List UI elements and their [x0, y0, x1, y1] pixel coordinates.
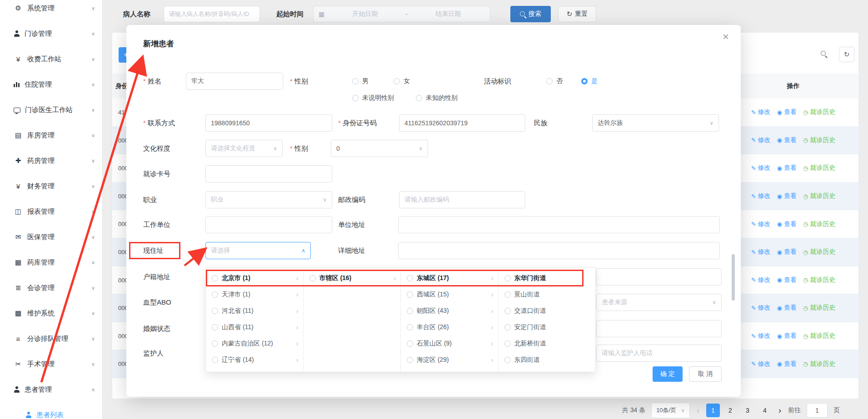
sidebar-item-users[interactable]: 门诊管理∨ [0, 21, 102, 46]
radio-icon[interactable] [407, 291, 413, 298]
page-button-4[interactable]: 4 [758, 404, 772, 417]
end-date-placeholder[interactable]: 结束日期 [411, 10, 485, 18]
history-link[interactable]: ◷就诊历史 [803, 304, 835, 312]
household-input[interactable] [596, 268, 722, 286]
postal-input[interactable]: 请输入邮政编码 [399, 191, 525, 208]
search-button[interactable]: 搜索 [510, 6, 551, 22]
edit-link[interactable]: ✎修改 [751, 220, 771, 228]
active-flag-no[interactable]: 否 [546, 73, 563, 90]
history-link[interactable]: ◷就诊历史 [803, 164, 835, 172]
radio-icon[interactable] [504, 324, 511, 330]
sidebar-item-maintain[interactable]: ▩维护系统∨ [0, 301, 102, 326]
radio-icon[interactable] [212, 291, 218, 298]
ethnicity-select[interactable]: 达斡尔族 ∨ [592, 114, 719, 132]
modal-scrollbar[interactable] [732, 254, 735, 301]
edit-link[interactable]: ✎修改 [751, 192, 771, 200]
sidebar-item-monitor[interactable]: 门诊医生工作站∨ [0, 97, 102, 123]
marital-input[interactable] [596, 320, 722, 337]
table-refresh-button[interactable]: ↻ [839, 47, 854, 62]
radio-icon[interactable] [212, 357, 218, 363]
close-icon[interactable]: × [723, 31, 729, 42]
sidebar-item-gear[interactable]: ⚙系统管理∨ [0, 0, 102, 21]
reset-button[interactable]: ↻ 重置 [558, 6, 596, 22]
radio-icon[interactable] [504, 275, 511, 281]
sidebar-item-mail[interactable]: ✉医保管理∨ [0, 224, 102, 250]
guardian-phone-input[interactable]: 请输入监护人电话 [596, 345, 722, 362]
cascader-option[interactable]: 内蒙古自治区 (12)› [206, 335, 303, 352]
unit-address-input[interactable] [398, 216, 720, 233]
view-link[interactable]: ◉查看 [777, 332, 797, 340]
history-link[interactable]: ◷就诊历史 [803, 108, 835, 116]
edit-link[interactable]: ✎修改 [751, 332, 771, 340]
page-size-select[interactable]: 10条/页 ∨ [651, 403, 690, 418]
history-link[interactable]: ◷就诊历史 [803, 332, 835, 340]
edit-link[interactable]: ✎修改 [751, 108, 771, 116]
cascader-option[interactable]: 石景山区 (9)› [401, 335, 498, 352]
sidebar-item-list[interactable]: ≣会诊管理∨ [0, 275, 102, 301]
history-link[interactable]: ◷就诊历史 [803, 276, 835, 284]
gender-option-male[interactable]: 男 [352, 73, 369, 90]
sidebar-item-surgery[interactable]: ✂手术管理∨ [0, 351, 102, 377]
radio-icon[interactable] [504, 308, 511, 314]
radio-icon[interactable] [407, 357, 413, 363]
cascader-option[interactable]: 河北省 (11)› [206, 303, 303, 319]
sidebar-item-patient-list[interactable]: 患者列表 [0, 402, 102, 419]
gender-option-unknown[interactable]: 未知的性别 [416, 89, 458, 107]
history-link[interactable]: ◷就诊历史 [803, 136, 835, 144]
goto-page-input[interactable]: 1 [807, 403, 828, 418]
view-link[interactable]: ◉查看 [777, 220, 797, 228]
view-link[interactable]: ◉查看 [777, 192, 797, 200]
edit-link[interactable]: ✎修改 [751, 136, 771, 144]
cascader-option[interactable]: 安定门街道 [499, 319, 596, 335]
confirm-button[interactable]: 确 定 [653, 366, 683, 382]
history-link[interactable]: ◷就诊历史 [803, 248, 835, 256]
sidebar-item-patient[interactable]: 患者管理∧ [0, 377, 102, 402]
page-button-1[interactable]: 1 [706, 404, 720, 417]
edit-link[interactable]: ✎修改 [751, 304, 771, 312]
radio-icon[interactable] [504, 357, 511, 363]
sidebar-item-warehouse[interactable]: ▤库房管理∨ [0, 123, 102, 148]
prev-page-icon[interactable]: ‹ [696, 406, 700, 415]
start-date-placeholder[interactable]: 开始日期 [328, 10, 402, 18]
table-search-icon[interactable] [821, 51, 828, 58]
patient-source-select[interactable]: 患者来源 ∨ [596, 294, 722, 311]
name-input[interactable]: 牢大 [186, 73, 283, 90]
cascader-option[interactable]: 东华门街道 [499, 270, 596, 286]
cascader-option[interactable]: 东四街道 [499, 352, 596, 368]
history-link[interactable]: ◷就诊历史 [803, 220, 835, 228]
view-link[interactable]: ◉查看 [777, 276, 797, 284]
cascader-option[interactable]: 东城区 (17)› [401, 270, 498, 286]
cascader-option[interactable]: 海淀区 (29)› [401, 352, 498, 368]
contact-input[interactable]: 19880991650 [205, 114, 332, 132]
sidebar-item-chart[interactable]: 住院管理∨ [0, 72, 102, 97]
work-unit-input[interactable] [205, 216, 332, 233]
radio-icon[interactable] [212, 275, 218, 281]
cascader-option[interactable]: 交道口街道 [499, 303, 596, 319]
sidebar-item-queue[interactable]: ≡分诊排队管理∨ [0, 326, 102, 351]
radio-icon[interactable] [309, 275, 316, 281]
radio-icon[interactable] [407, 275, 413, 281]
sidebar-item-storage[interactable]: ▦药库管理∨ [0, 250, 102, 275]
cascader-option[interactable]: 丰台区 (26)› [401, 319, 498, 335]
active-flag-yes[interactable]: 是 [581, 73, 598, 90]
page-button-3[interactable]: 3 [741, 404, 754, 417]
cascader-option[interactable]: 北京市 (1)› [206, 270, 303, 286]
radio-icon[interactable] [212, 308, 218, 314]
edit-link[interactable]: ✎修改 [751, 164, 771, 172]
cascader-option[interactable]: 天津市 (1)› [206, 286, 303, 303]
view-link[interactable]: ◉查看 [777, 108, 797, 116]
radio-icon[interactable] [407, 308, 413, 314]
radio-icon[interactable] [212, 340, 218, 347]
history-link[interactable]: ◷就诊历史 [803, 192, 835, 200]
view-link[interactable]: ◉查看 [777, 304, 797, 312]
cascader-option[interactable]: 北新桥街道 [499, 335, 596, 352]
id-number-input[interactable]: 411625192602039719 [399, 114, 525, 132]
cancel-button[interactable]: 取 消 [689, 366, 722, 382]
cascader-option[interactable]: 朝阳区 (43)› [401, 303, 498, 319]
detail-address-input[interactable] [398, 242, 720, 259]
history-link[interactable]: ◷就诊历史 [803, 360, 835, 368]
cascader-option[interactable]: 景山街道 [499, 286, 596, 303]
next-page-icon[interactable]: › [778, 406, 782, 415]
page-button-2[interactable]: 2 [723, 404, 737, 417]
edit-link[interactable]: ✎修改 [751, 276, 771, 284]
